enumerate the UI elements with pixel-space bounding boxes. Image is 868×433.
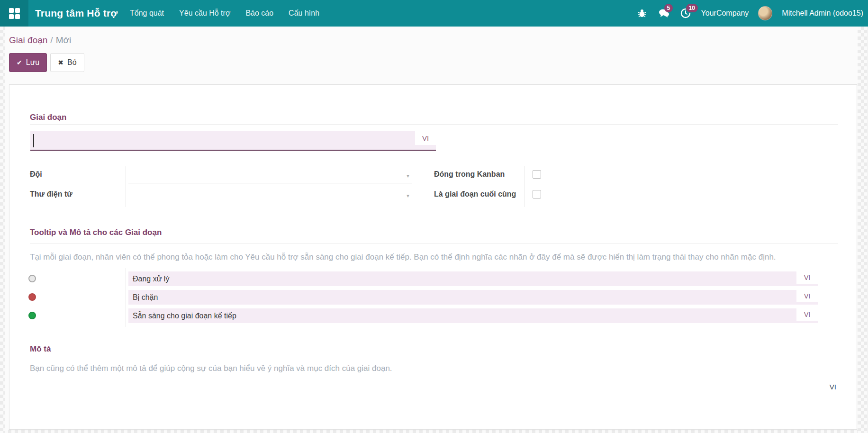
breadcrumb-stages-link[interactable]: Giai đoạn	[9, 35, 47, 45]
company-switcher[interactable]: YourCompany	[701, 9, 749, 18]
team-label: Đội	[30, 170, 42, 179]
left-transparent-strip	[0, 27, 5, 433]
state-normal-language-tag[interactable]: VI	[796, 271, 818, 284]
apps-grid-icon	[9, 8, 20, 19]
user-avatar[interactable]	[758, 6, 772, 20]
activities-count-badge: 10	[686, 4, 698, 12]
user-menu[interactable]: Mitchell Admin (odoo15)	[782, 9, 863, 18]
state-blocked-value: Bị chặn	[133, 293, 158, 301]
state-done-input[interactable]: Sẵn sàng cho giai đoạn kế tiếp VI	[128, 308, 818, 323]
stage-section-title: Giai đoạn	[30, 113, 66, 122]
last-stage-label: Là giai đoạn cuối cùng	[434, 190, 516, 198]
app-name[interactable]: Trung tâm Hỗ trợ	[35, 0, 118, 27]
state-normal-value: Đang xử lý	[133, 275, 169, 283]
stage-name-language-tag[interactable]: VI	[415, 131, 436, 145]
navbar-right-cluster: 5 10 YourCompany Mitchell Admin (odoo15)	[636, 0, 863, 27]
breadcrumb-separator: /	[47, 35, 55, 45]
menu-item-configuration[interactable]: Cấu hình	[281, 0, 327, 27]
apps-menu-button[interactable]	[0, 0, 28, 27]
description-language-tag[interactable]: VI	[830, 383, 836, 391]
left-group-separator	[126, 166, 126, 207]
email-dropdown-caret-icon: ▾	[407, 192, 409, 199]
discard-button-label: Bỏ	[67, 58, 77, 67]
form-action-buttons: ✔ Lưu ✖ Bỏ	[9, 53, 84, 72]
menu-item-tickets[interactable]: Yêu cầu Hỗ trợ	[172, 0, 238, 27]
description-textarea[interactable]: VI	[30, 375, 838, 411]
description-section-separator	[30, 356, 838, 356]
messages-count-badge: 5	[664, 4, 673, 12]
x-icon: ✖	[58, 59, 63, 66]
email-field[interactable]: ▾	[128, 189, 412, 203]
description-section-title: Mô tả	[30, 344, 51, 354]
stage-section-separator	[30, 124, 838, 125]
right-group-separator	[524, 166, 524, 207]
right-transparent-strip	[858, 27, 868, 433]
discard-button[interactable]: ✖ Bỏ	[50, 53, 84, 72]
tooltip-help-text: Tại mỗi giai đoạn, nhân viên có thể phon…	[30, 253, 835, 262]
state-done-value: Sẵn sàng cho giai đoạn kế tiếp	[133, 312, 236, 320]
tooltip-section-title: Tooltip và Mô tả cho các Giai đoạn	[30, 228, 162, 237]
state-dot-blocked	[28, 293, 36, 301]
activities-menu-button[interactable]: 10	[679, 7, 692, 19]
state-dot-normal	[28, 275, 36, 282]
fold-checkbox[interactable]	[533, 170, 541, 179]
team-field[interactable]: ▾	[128, 169, 412, 183]
save-button[interactable]: ✔ Lưu	[9, 53, 47, 72]
app-menu: Tổng quát Yêu cầu Hỗ trợ Báo cáo Cấu hìn…	[122, 0, 327, 27]
fold-label: Đóng trong Kanban	[434, 170, 505, 179]
bug-icon	[637, 9, 647, 18]
helpdesk-stage-form-page: { "navbar": { "app_name": "Trung tâm Hỗ …	[0, 0, 868, 433]
stage-name-input[interactable]: VI	[30, 131, 436, 151]
tooltip-section-separator	[30, 243, 838, 244]
description-help-text: Bạn cũng có thể thêm một mô tả để giúp c…	[30, 364, 835, 373]
check-icon: ✔	[17, 59, 22, 66]
state-dot-done	[28, 312, 36, 319]
text-cursor	[33, 134, 34, 147]
debug-bug-icon[interactable]	[636, 7, 648, 19]
messages-menu-button[interactable]: 5	[658, 7, 670, 19]
menu-item-reporting[interactable]: Báo cáo	[238, 0, 281, 27]
state-blocked-input[interactable]: Bị chặn VI	[128, 290, 818, 305]
team-dropdown-caret-icon: ▾	[407, 172, 409, 179]
save-button-label: Lưu	[26, 58, 40, 67]
state-normal-input[interactable]: Đang xử lý VI	[128, 271, 818, 286]
email-label: Thư điện tử	[30, 190, 72, 198]
bottom-transparent-strip	[5, 430, 858, 433]
top-navbar: Trung tâm Hỗ trợ Tổng quát Yêu cầu Hỗ tr…	[0, 0, 868, 27]
state-done-language-tag[interactable]: VI	[796, 308, 818, 321]
last-stage-checkbox[interactable]	[533, 190, 541, 198]
breadcrumb-current: Mới	[56, 35, 72, 45]
menu-item-overview[interactable]: Tổng quát	[122, 0, 172, 27]
states-group-separator	[126, 268, 126, 327]
breadcrumb: Giai đoạn/Mới	[9, 35, 71, 45]
state-blocked-language-tag[interactable]: VI	[796, 290, 818, 302]
